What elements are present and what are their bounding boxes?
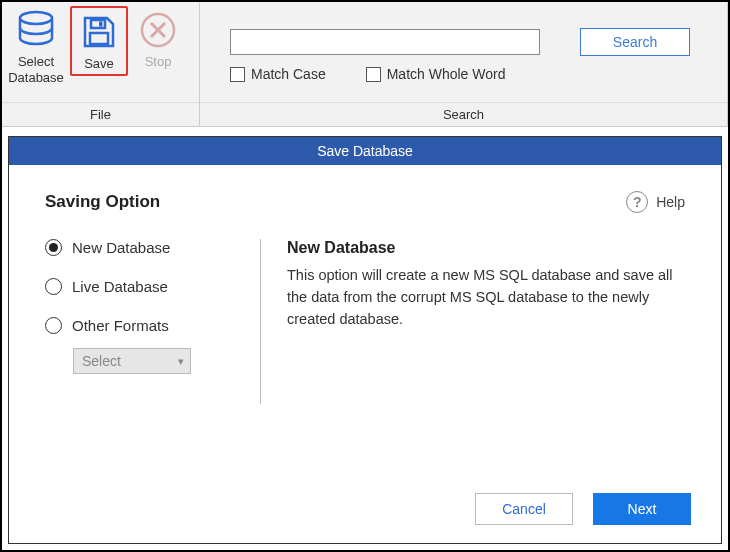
checkbox-icon xyxy=(230,67,245,82)
radio-new-database[interactable]: New Database xyxy=(45,239,240,256)
saving-option-heading: Saving Option xyxy=(45,192,160,212)
options-list: New Database Live Database Other Formats… xyxy=(45,239,260,404)
search-input[interactable] xyxy=(230,29,540,55)
select-database-button[interactable]: Select Database xyxy=(2,6,70,87)
radio-icon xyxy=(45,239,62,256)
radio-other-formats[interactable]: Other Formats xyxy=(45,317,240,334)
radio-icon xyxy=(45,278,62,295)
file-group-label: File xyxy=(2,102,199,126)
match-case-checkbox[interactable]: Match Case xyxy=(230,66,326,82)
database-icon xyxy=(14,8,58,52)
stop-label: Stop xyxy=(145,54,172,70)
match-whole-checkbox[interactable]: Match Whole Word xyxy=(366,66,506,82)
option-detail: New Database This option will create a n… xyxy=(261,239,685,404)
help-button[interactable]: ? Help xyxy=(626,191,685,213)
radio-label: New Database xyxy=(72,239,170,256)
chevron-down-icon: ▾ xyxy=(178,355,184,368)
file-group: Select Database Save xyxy=(2,2,200,126)
search-group-label: Search xyxy=(200,102,727,126)
radio-label: Live Database xyxy=(72,278,168,295)
stop-button: Stop xyxy=(128,6,188,72)
cancel-button[interactable]: Cancel xyxy=(475,493,573,525)
select-placeholder: Select xyxy=(82,353,121,369)
radio-icon xyxy=(45,317,62,334)
match-whole-label: Match Whole Word xyxy=(387,66,506,82)
radio-live-database[interactable]: Live Database xyxy=(45,278,240,295)
stop-icon xyxy=(136,8,180,52)
help-label: Help xyxy=(656,194,685,210)
checkbox-icon xyxy=(366,67,381,82)
search-group: Search Match Case Match Whole Word Searc… xyxy=(200,2,728,126)
svg-point-0 xyxy=(20,12,52,24)
svg-rect-3 xyxy=(90,33,108,44)
ribbon: Select Database Save xyxy=(2,2,728,127)
select-database-label: Select Database xyxy=(4,54,68,85)
save-button[interactable]: Save xyxy=(70,6,128,76)
format-select: Select ▾ xyxy=(73,348,191,374)
dialog-title: Save Database xyxy=(9,137,721,165)
match-case-label: Match Case xyxy=(251,66,326,82)
option-detail-desc: This option will create a new MS SQL dat… xyxy=(287,265,685,330)
svg-rect-2 xyxy=(99,22,103,27)
next-button[interactable]: Next xyxy=(593,493,691,525)
radio-label: Other Formats xyxy=(72,317,169,334)
search-button[interactable]: Search xyxy=(580,28,690,56)
save-icon xyxy=(77,10,121,54)
help-icon: ? xyxy=(626,191,648,213)
save-label: Save xyxy=(84,56,114,72)
save-database-dialog: Save Database Saving Option ? Help New D… xyxy=(8,136,722,544)
option-detail-title: New Database xyxy=(287,239,685,257)
svg-rect-1 xyxy=(91,20,105,28)
